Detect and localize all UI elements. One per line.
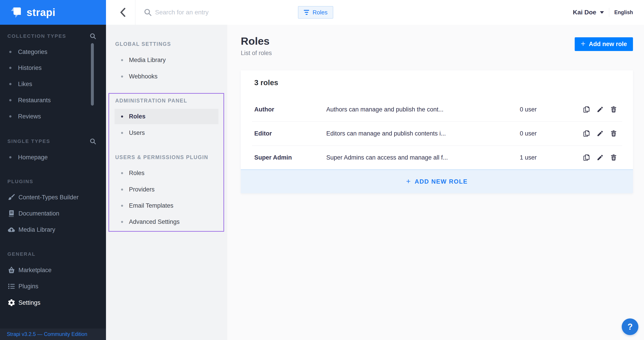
bullet-icon (9, 83, 12, 85)
back-button[interactable] (116, 0, 130, 25)
sidebar-item-media-library[interactable]: Media Library (0, 225, 106, 234)
bullet-icon (9, 51, 12, 53)
section-global-settings: GLOBAL SETTINGS (115, 39, 171, 48)
bullet-icon (9, 115, 12, 118)
bullet-icon (121, 132, 123, 134)
plus-icon: + (581, 40, 586, 48)
chevron-down-icon (600, 11, 604, 14)
sidebar-item-documentation[interactable]: Documentation (0, 209, 106, 218)
section-plugins: PLUGINS (8, 177, 33, 186)
subnav-item-email-templates[interactable]: Email Templates (106, 201, 224, 210)
sidebar-item-settings[interactable]: Settings (0, 298, 106, 307)
sidebar-item-content-types-builder[interactable]: Content-Types Builder (0, 193, 106, 202)
bullet-icon (121, 59, 123, 61)
single-types-search-icon[interactable] (90, 138, 96, 145)
chevron-left-icon (120, 8, 126, 17)
sidebar-item-categories[interactable]: Categories (0, 47, 106, 56)
sidebar-item-restaurants[interactable]: Restaurants (0, 96, 106, 105)
sidebar-item-histories[interactable]: Histories (0, 63, 106, 72)
bullet-icon (9, 156, 12, 159)
bullet-icon (9, 99, 12, 101)
user-menu[interactable]: Kai Doe (573, 9, 604, 16)
sidebar-item-marketplace[interactable]: Marketplace (0, 266, 106, 275)
help-button[interactable]: ? (622, 319, 638, 335)
topbar-right: Kai Doe English (573, 0, 633, 25)
book-icon (6, 210, 17, 217)
role-description: Super Admins can access and manage all f… (326, 154, 511, 161)
language-selector[interactable]: English (614, 9, 633, 15)
role-description: Authors can manage and publish the cont.… (326, 106, 511, 113)
subnav-item-advanced-settings[interactable]: Advanced Settings (106, 217, 224, 226)
row-actions (582, 153, 618, 162)
bullet-icon (9, 67, 12, 69)
subnav-item-admin-users[interactable]: Users (106, 128, 224, 137)
subnav-item-media-library[interactable]: Media Library (106, 55, 224, 64)
subnav-item-webhooks[interactable]: Webhooks (106, 72, 224, 81)
settings-subnav: GLOBAL SETTINGS Media Library Webhooks A… (106, 25, 227, 340)
bullet-icon (121, 221, 123, 223)
duplicate-icon[interactable] (582, 129, 591, 138)
delete-icon[interactable] (610, 153, 618, 162)
page-title: Roles (241, 35, 272, 47)
role-user-count: 1 user (520, 154, 537, 161)
page-subtitle: List of roles (241, 50, 272, 57)
main-sidebar: COLLECTION TYPES Categories Histories Li… (0, 25, 106, 340)
duplicate-icon[interactable] (582, 153, 591, 162)
duplicate-icon[interactable] (582, 105, 591, 114)
filter-icon (304, 10, 309, 15)
paintbrush-icon (6, 193, 17, 201)
list-icon (6, 282, 17, 290)
role-name: Editor (254, 130, 322, 137)
sidebar-item-likes[interactable]: Likes (0, 80, 106, 89)
topbar: Search for an entry Roles Kai Doe Englis… (106, 0, 644, 25)
role-description: Editors can manage and publish contents … (326, 130, 511, 137)
subnav-item-providers[interactable]: Providers (106, 185, 224, 194)
sidebar-item-reviews[interactable]: Reviews (0, 112, 106, 121)
strapi-logo-icon (10, 6, 22, 19)
roles-table: Author Authors can manage and publish th… (241, 97, 633, 170)
section-administration-panel: ADMINISTRATION PANEL (115, 96, 187, 105)
logo-wordmark: strapi (26, 6, 55, 18)
subnav-item-admin-roles[interactable]: Roles (106, 112, 224, 121)
strapi-version-link[interactable]: Strapi v3.2.5 — Community Edition (0, 329, 106, 340)
topbar-right-divider (609, 8, 609, 17)
delete-icon[interactable] (610, 105, 618, 114)
bullet-icon (121, 116, 123, 118)
add-new-role-footer-button[interactable]: + ADD NEW ROLE (241, 170, 633, 193)
add-new-role-button[interactable]: + Add new role (575, 37, 633, 51)
gear-icon (6, 299, 17, 307)
main-content: Roles List of roles + Add new role 3 rol… (227, 25, 644, 340)
filter-tag-roles[interactable]: Roles (298, 6, 333, 19)
edit-icon[interactable] (596, 153, 604, 162)
page-header: Roles List of roles (241, 35, 272, 57)
edit-icon[interactable] (596, 105, 604, 114)
role-user-count: 0 user (520, 106, 537, 113)
collection-types-search-icon[interactable] (90, 33, 96, 39)
basket-icon (6, 266, 17, 274)
bullet-icon (121, 75, 123, 78)
table-row-super-admin[interactable]: Super Admin Super Admins can access and … (241, 145, 633, 170)
table-row-author[interactable]: Author Authors can manage and publish th… (241, 97, 633, 121)
subnav-item-up-roles[interactable]: Roles (106, 169, 224, 177)
row-actions (582, 129, 618, 138)
edit-icon[interactable] (596, 129, 604, 138)
bullet-icon (121, 188, 123, 190)
roles-list-card: 3 roles Author Authors can manage and pu… (241, 70, 633, 193)
search-icon (144, 8, 152, 16)
row-actions (582, 105, 618, 114)
sidebar-item-homepage[interactable]: Homepage (0, 153, 106, 162)
topbar-divider (135, 0, 136, 25)
table-row-editor[interactable]: Editor Editors can manage and publish co… (241, 121, 633, 145)
section-users-permissions-plugin: USERS & PERMISSIONS PLUGIN (115, 153, 208, 162)
logo-band[interactable]: strapi (0, 0, 106, 25)
section-collection-types: COLLECTION TYPES (8, 32, 66, 41)
section-single-types: SINGLE TYPES (8, 137, 50, 146)
cloud-upload-icon (6, 225, 17, 234)
delete-icon[interactable] (610, 129, 618, 138)
role-user-count: 0 user (520, 130, 537, 137)
section-general: GENERAL (8, 250, 36, 259)
bullet-icon (121, 172, 123, 174)
sidebar-item-plugins[interactable]: Plugins (0, 282, 106, 291)
search-input[interactable]: Search for an entry (155, 0, 208, 25)
bullet-icon (121, 205, 123, 207)
